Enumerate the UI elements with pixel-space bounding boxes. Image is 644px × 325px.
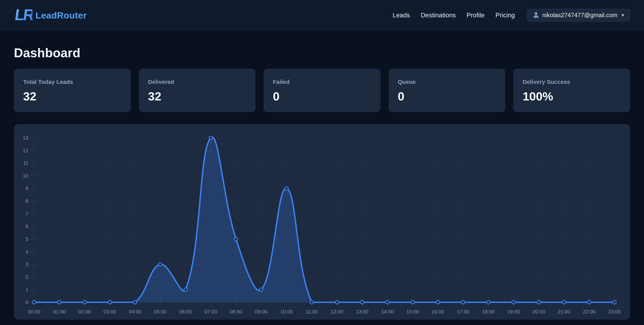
dashboard-main: Dashboard Total Today Leads 32 Delivered… [0,46,644,320]
nav-item-leads[interactable]: Leads [392,12,410,19]
nav-item-profile[interactable]: Profile [466,12,485,19]
chart-points [32,136,616,304]
brand-logo[interactable]: LR LeadRouter [14,6,87,25]
svg-text:16:00: 16:00 [432,309,444,314]
svg-text:1: 1 [26,287,28,292]
lr-logo-icon: LR [14,6,32,25]
svg-text:11: 11 [23,160,28,166]
svg-text:19:00: 19:00 [507,309,520,314]
user-menu-button[interactable]: nikolas2747477@gmail.com ▼ [527,9,630,22]
stat-label: Delivered [148,79,246,85]
stat-card-total-today-leads: Total Today Leads 32 [14,68,131,112]
user-email: nikolas2747477@gmail.com [542,12,618,19]
svg-text:02:00: 02:00 [78,309,91,314]
svg-text:06:00: 06:00 [179,309,192,314]
svg-text:13:00: 13:00 [356,309,368,314]
top-navigation-bar: LR LeadRouter Leads Destinations Profile… [0,0,644,30]
stat-card-queue: Queue 0 [388,68,505,112]
chart-line [34,137,614,302]
svg-text:7: 7 [26,211,28,217]
stat-card-delivery-success: Delivery Success 100% [513,68,630,112]
stat-value: 32 [23,90,122,103]
svg-text:13: 13 [23,135,28,141]
stat-card-delivered: Delivered 32 [139,68,256,112]
svg-text:15:00: 15:00 [406,309,419,314]
svg-text:03:00: 03:00 [104,309,116,314]
svg-text:12:00: 12:00 [331,309,343,314]
svg-text:11:00: 11:00 [306,309,318,314]
stat-label: Total Today Leads [23,79,122,85]
svg-text:17:00: 17:00 [457,309,469,314]
svg-text:05:00: 05:00 [154,309,166,314]
stat-value: 0 [273,90,371,103]
user-avatar-icon [532,11,540,19]
stat-label: Failed [273,79,371,85]
brand-name: LeadRouter [36,10,87,21]
svg-text:0: 0 [26,299,28,305]
svg-text:20:00: 20:00 [532,309,545,314]
svg-text:04:00: 04:00 [129,309,141,314]
svg-text:5: 5 [26,236,28,242]
stat-value: 0 [398,90,496,103]
nav-item-destinations[interactable]: Destinations [421,12,456,19]
chart-x-axis-labels: 00:0001:0002:0003:0004:0005:0006:0007:00… [28,309,621,314]
nav-item-pricing[interactable]: Pricing [495,12,515,19]
stat-label: Delivery Success [522,79,621,85]
svg-text:14:00: 14:00 [381,309,394,314]
svg-text:8: 8 [26,198,28,204]
svg-text:01:00: 01:00 [53,309,66,314]
svg-text:07:00: 07:00 [204,309,217,314]
svg-text:10:00: 10:00 [280,309,293,314]
chart-grid [31,138,614,305]
svg-text:00:00: 00:00 [28,309,40,314]
leads-chart-svg: 012345678910111213 00:0001:0002:0003:000… [14,124,630,320]
stat-card-failed: Failed 0 [264,68,380,112]
svg-text:21:00: 21:00 [558,309,570,314]
svg-text:22:00: 22:00 [583,309,596,314]
svg-text:12: 12 [23,148,28,154]
svg-text:10: 10 [23,173,28,179]
svg-text:6: 6 [26,224,28,229]
svg-text:08:00: 08:00 [230,309,242,314]
svg-text:LR: LR [14,6,32,24]
svg-text:3: 3 [26,262,28,267]
page-title: Dashboard [14,46,630,60]
stat-cards-row: Total Today Leads 32 Delivered 32 Failed… [14,68,630,112]
svg-text:23:00: 23:00 [608,309,621,314]
svg-text:09:00: 09:00 [255,309,268,314]
stat-label: Queue [398,79,496,85]
svg-text:18:00: 18:00 [482,309,494,314]
svg-text:4: 4 [26,249,28,255]
chart-area-fill [34,137,614,302]
chart-y-axis-labels: 012345678910111213 [23,135,28,305]
caret-down-icon: ▼ [621,13,625,18]
svg-text:2: 2 [26,274,28,280]
leads-per-hour-chart: 012345678910111213 00:0001:0002:0003:000… [14,124,630,320]
main-nav: Leads Destinations Profile Pricing [392,12,515,19]
svg-text:9: 9 [26,186,28,191]
stat-value: 32 [148,90,246,103]
stat-value: 100% [522,90,621,103]
